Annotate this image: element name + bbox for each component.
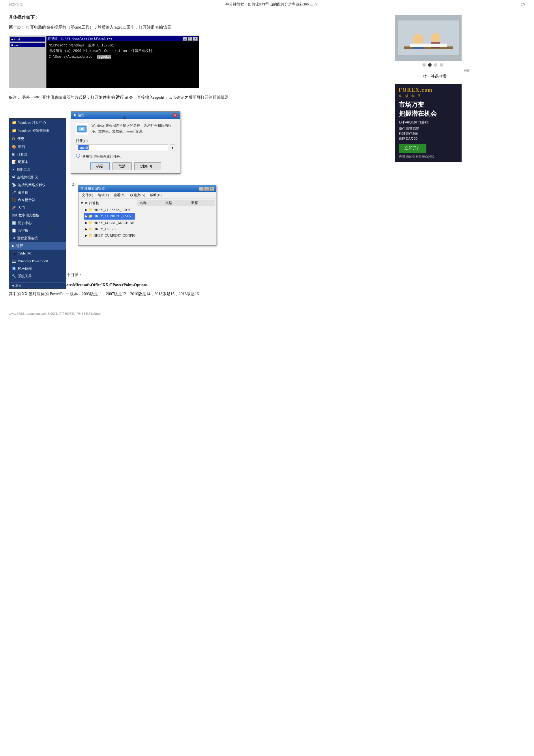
cmd-input: regedit bbox=[97, 55, 111, 59]
regedit-tree-root[interactable]: ▼ 🖥 计算机 bbox=[80, 200, 135, 206]
menu-item-easyaccess[interactable]: ♿ 轻松访问 bbox=[9, 265, 66, 272]
hklm-expand-icon: ▶ bbox=[85, 220, 88, 226]
notepad-icon: 📝 bbox=[12, 159, 16, 165]
menu-item-run[interactable]: ▶ 运行 bbox=[9, 242, 66, 250]
run-dialog-close-btn[interactable]: ✕ bbox=[173, 113, 177, 118]
menu-item-powershell[interactable]: 💻 Windows PowerShell bbox=[9, 257, 66, 265]
page-wrapper: 2020/5/12 半分钟教程：如何让PPT导出的图片分辨率达到300 dpi？… bbox=[0, 0, 534, 318]
regedit-hku[interactable]: ▶ 📁 HKEY_USERS bbox=[84, 226, 135, 232]
menu-item-winmobile[interactable]: 📁 Windows 移动中心 bbox=[9, 119, 66, 127]
menu-item-recorder[interactable]: 🎤 录音机 bbox=[9, 189, 66, 196]
menu-label-getstarted: 入门 bbox=[18, 205, 25, 211]
svg-point-6 bbox=[413, 34, 423, 45]
sidebar-caption: 一对一补课收费 bbox=[395, 74, 470, 79]
regedit-minimize-btn[interactable]: _ bbox=[199, 187, 204, 191]
run-dialog-description: Windows 将根据您所输入的名称，为您打开相应的程序、文件夹、文档或 Int… bbox=[92, 123, 175, 134]
folder-icon-sticky: 🗒 bbox=[12, 136, 15, 142]
dot-1 bbox=[422, 63, 426, 67]
reg-folder-icon-hku: 📁 bbox=[88, 226, 93, 232]
note-block: 备注： 另外一种打开注册表编辑器的方式是：打开附件中的 运行 命令，直接输入re… bbox=[9, 94, 389, 101]
menu-item-tabletpc[interactable]: 📱 Tablet PC bbox=[9, 250, 66, 257]
menu-item-explorer[interactable]: 📁 Windows 资源管理器 bbox=[9, 127, 66, 135]
run-cancel-button[interactable]: 取消 bbox=[113, 162, 132, 170]
menu-item-notepad[interactable]: 📝 记事本 bbox=[9, 158, 66, 166]
calc-icon: 🖩 bbox=[12, 151, 15, 157]
hku-expand-icon: ▶ bbox=[85, 226, 88, 232]
run-dialog[interactable]: ▶ 运行 ✕ bbox=[71, 111, 180, 174]
recorder-icon: 🎤 bbox=[12, 190, 16, 195]
menu-item-wordpad[interactable]: 📄 写字板 bbox=[9, 227, 66, 234]
cmd-maximize-btn[interactable]: □ bbox=[188, 37, 192, 41]
ad-list-item-3: 德国DAX 30 bbox=[399, 136, 458, 141]
menu-item-calc[interactable]: 🖩 计算器 bbox=[9, 150, 66, 158]
cmd-title: 管理员: C:\Windows\system32\cmd.exe bbox=[48, 36, 112, 41]
regedit-hkcc[interactable]: ▶ 📁 HKEY_CURRENT_CONFIG bbox=[84, 232, 135, 239]
run-dialog-admin-row: 🛡 使用管理权限创建此任务。 bbox=[76, 154, 175, 159]
input-icon: ⌨ bbox=[12, 212, 17, 218]
shield-icon: 🛡 bbox=[76, 154, 80, 159]
tabletpc-icon: 📱 bbox=[12, 251, 16, 256]
regedit-menu-help[interactable]: 帮助(H) bbox=[147, 192, 164, 198]
regedit-menu-file[interactable]: 文件(F) bbox=[80, 192, 95, 198]
ad-open-account-btn[interactable]: 立即开户 bbox=[399, 144, 426, 153]
step-badge-1: 1. bbox=[51, 226, 55, 231]
sidebar-photo bbox=[395, 15, 462, 61]
regedit-maximize-btn[interactable]: □ bbox=[204, 187, 209, 191]
regedit-col-type: 类型 bbox=[163, 200, 189, 206]
start-menu[interactable]: 📁 Windows 移动中心 📁 Windows 资源管理器 🗒 便更 🎨 画图 bbox=[9, 118, 67, 288]
step-label-1: 1. bbox=[51, 226, 55, 230]
run-dialog-dropdown-btn[interactable]: ▼ bbox=[170, 145, 175, 151]
menu-item-paint[interactable]: 🎨 画图 bbox=[9, 143, 66, 150]
menu-screenshot-block: 1. 📁 Windows 移动中心 📁 Windows 资源管理器 🗒 便更 bbox=[9, 107, 389, 262]
hklm-label: HKEY_LOCAL_MACHINE bbox=[93, 220, 134, 226]
menu-item-getstarted[interactable]: 🚀 入门 bbox=[9, 204, 66, 211]
cmd-minimize-btn[interactable]: _ bbox=[183, 37, 187, 41]
menu-item-snip[interactable]: ✂ 截图工具 bbox=[9, 166, 66, 174]
menu-item-input[interactable]: ⌨ 数字输入图板 bbox=[9, 211, 66, 219]
note-text2: 命令，直接输入regedit，点击确定之后即可打开注册编辑器 bbox=[125, 95, 229, 99]
menu-item-systemtools[interactable]: 🔧 系统工具 bbox=[9, 272, 66, 280]
run-ok-button[interactable]: 确定 bbox=[90, 162, 110, 170]
menu-back[interactable]: ◀ 返回 bbox=[9, 282, 66, 288]
sidebar-close[interactable]: 关闭 bbox=[395, 68, 470, 73]
menu-item-projector[interactable]: 📽 连接到投影仪 bbox=[9, 174, 66, 181]
menu-item-sticky[interactable]: 🗒 便更 bbox=[9, 135, 66, 143]
hkcu-label: HKEY_CURRENT_USER bbox=[93, 213, 132, 219]
menu-label-systemtools: 系统工具 bbox=[18, 273, 32, 279]
run-dialog-icon-row: Windows 将根据您所输入的名称，为您打开相应的程序、文件夹、文档或 Int… bbox=[76, 123, 175, 135]
menu-item-remote[interactable]: 🖥 远程桌面连接 bbox=[9, 234, 66, 242]
run-dialog-open-label: 打开(O): bbox=[76, 139, 175, 144]
regedit-hklm[interactable]: ▶ 📁 HKEY_LOCAL_MACHINE bbox=[84, 220, 135, 226]
run-dialog-input[interactable]: regedit bbox=[76, 145, 168, 151]
regedit-col-name: 名称 bbox=[137, 200, 163, 206]
top-bar: 2020/5/12 半分钟教程：如何让PPT导出的图片分辨率达到300 dpi？… bbox=[0, 0, 534, 9]
explorer-item-cmd[interactable]: ■ cmd bbox=[10, 43, 45, 47]
ad-headline: 市场万变把握潜在机会 bbox=[399, 100, 458, 118]
run-dialog-input-row: regedit ▼ bbox=[76, 145, 175, 151]
regedit-tree: ▼ 🖥 计算机 ▶ 📁 HKEY_CLASSES_ROOT bbox=[78, 199, 136, 245]
regedit-hkcu[interactable]: ▶ 📁 HKEY_CURRENT_USER bbox=[84, 213, 135, 219]
remote-icon: 🖥 bbox=[12, 235, 15, 241]
note-bold: 运行 bbox=[116, 95, 124, 99]
run-icon-title: ▶ bbox=[73, 113, 77, 117]
regedit-window[interactable]: ⚙ 注册表编辑器 _ □ ✕ 文件(F) 编辑(E) 查看(V) 收藏 bbox=[78, 185, 216, 246]
menu-item-net-projector[interactable]: 📡 连接到网络投影仪 bbox=[9, 181, 66, 189]
cmd-line1: Microsoft Windows [版本 6.1.7601] bbox=[49, 43, 197, 48]
content-area: 具体操作如下： 第一步： 打开电脑的命令提示符（即cmd工具），然后输入rege… bbox=[9, 15, 389, 298]
regedit-menu-edit[interactable]: 编辑(E) bbox=[95, 192, 111, 198]
regedit-menu-favorites[interactable]: 收藏夹(A) bbox=[128, 192, 148, 198]
wordpad-icon: 📄 bbox=[12, 228, 16, 233]
regedit-menu-view[interactable]: 查看(V) bbox=[111, 192, 128, 198]
folder-icon-explorer: 📁 bbox=[12, 127, 16, 134]
menu-item-cmd2[interactable]: ⬛ 命令提示符 bbox=[9, 196, 66, 204]
explorer-title: cmd bbox=[14, 38, 20, 41]
regedit-hkcr[interactable]: ▶ 📁 HKEY_CLASSES_ROOT bbox=[84, 206, 135, 213]
menu-item-sync[interactable]: 🔄 同步中心 bbox=[9, 219, 66, 227]
regedit-close-btn[interactable]: ✕ bbox=[209, 187, 214, 191]
dot-4 bbox=[440, 63, 443, 67]
note-text: 另外一种打开注册表编辑器的方式是：打开附件中的 bbox=[22, 95, 115, 99]
run-browse-button[interactable]: 浏览(B)... bbox=[134, 162, 161, 170]
menu-label-wordpad: 写字板 bbox=[18, 228, 28, 233]
run-dialog-body: Windows 将根据您所输入的名称，为您打开相应的程序、文件夹、文档或 Int… bbox=[71, 119, 180, 173]
cmd-close-btn[interactable]: ✕ bbox=[193, 37, 198, 41]
